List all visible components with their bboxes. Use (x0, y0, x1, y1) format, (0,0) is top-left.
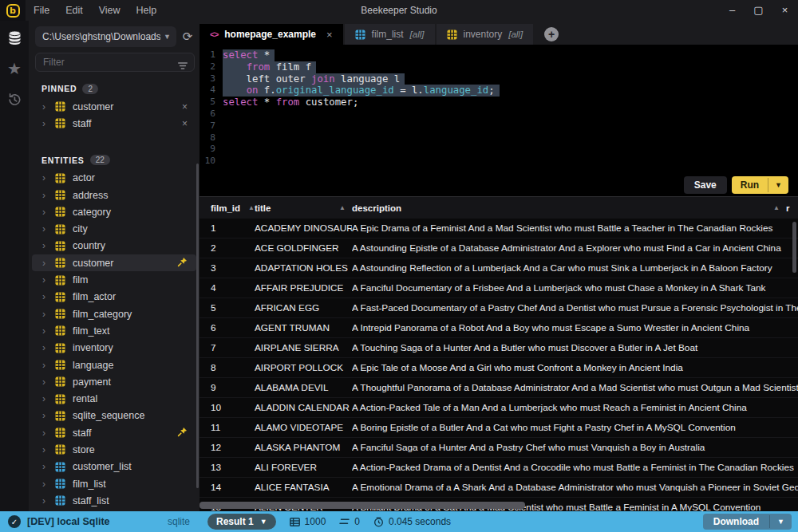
cell-description[interactable]: A Fast-Paced Documentary of a Pastry Che… (352, 302, 798, 313)
cell-film-id[interactable]: 11 (200, 422, 255, 433)
table-row[interactable]: 3ADAPTATION HOLESA Astounding Reflection… (200, 258, 798, 278)
cell-title[interactable]: AIRPORT POLLOCK (255, 362, 352, 373)
table-row[interactable]: 10ALADDIN CALENDARA Action-Packed Tale o… (200, 398, 798, 418)
cell-description[interactable]: A Intrepid Panorama of a Robot And a Boy… (352, 322, 798, 333)
pinned-section-header[interactable]: PINNED 2 (29, 81, 200, 96)
cell-film-id[interactable]: 5 (200, 302, 255, 313)
filter-icon[interactable] (178, 58, 188, 73)
chevron-right-icon[interactable]: › (42, 410, 55, 421)
new-tab-button[interactable]: + (544, 27, 559, 41)
cell-film-id[interactable]: 12 (200, 442, 255, 453)
download-options-caret-icon[interactable]: ▼ (769, 515, 792, 528)
table-row[interactable]: 11ALAMO VIDEOTAPEA Boring Epistle of a B… (200, 418, 798, 438)
sidebar-item-customer_list[interactable]: ›customer_list (29, 459, 200, 475)
chevron-right-icon[interactable]: › (42, 240, 55, 251)
cell-film-id[interactable]: 8 (200, 362, 255, 373)
column-header-description[interactable]: description▲ (352, 197, 786, 219)
tab-film_list[interactable]: film_list[all] (345, 24, 435, 45)
menu-file[interactable]: File (34, 5, 49, 16)
column-header-title[interactable]: title▲ (255, 197, 352, 219)
chevron-right-icon[interactable]: › (42, 495, 55, 506)
sidebar-item-address[interactable]: ›address (29, 187, 200, 203)
cell-description[interactable]: A Action-Packed Drama of a Dentist And a… (352, 462, 798, 473)
close-button[interactable]: × (772, 0, 798, 21)
cell-title[interactable]: AFRICAN EGG (255, 302, 352, 313)
table-row[interactable]: 5AFRICAN EGGA Fast-Paced Documentary of … (200, 298, 798, 318)
table-row[interactable]: 12ALASKA PHANTOMA Fanciful Saga of a Hun… (200, 438, 798, 458)
table-row[interactable]: 2ACE GOLDFINGERA Astounding Epistle of a… (200, 238, 798, 258)
results-horizontal-scrollbar[interactable] (200, 502, 525, 509)
chevron-right-icon[interactable]: › (42, 101, 55, 112)
refresh-icon[interactable]: ⟳ (180, 30, 195, 44)
cell-description[interactable]: A Emotional Drama of a A Shark And a Dat… (352, 482, 798, 493)
cell-title[interactable]: ALADDIN CALENDAR (255, 402, 352, 413)
pin-icon[interactable] (172, 257, 188, 270)
table-row[interactable]: 1ACADEMY DINOSAURA Epic Drama of a Femin… (200, 219, 798, 238)
cell-title[interactable]: AIRPLANE SIERRA (255, 342, 352, 353)
cell-title[interactable]: ACADEMY DINOSAUR (255, 223, 352, 234)
run-options-caret-icon[interactable]: ▼ (768, 178, 788, 192)
minimize-button[interactable]: – (719, 0, 745, 21)
chevron-right-icon[interactable]: › (42, 309, 55, 320)
sidebar-item-film_text[interactable]: ›film_text (29, 322, 200, 339)
cell-description[interactable]: A Boring Epistle of a Butler And a Cat w… (352, 422, 798, 433)
cell-film-id[interactable]: 3 (200, 262, 255, 274)
cell-description[interactable]: A Epic Drama of a Feminist And a Mad Sci… (352, 223, 798, 234)
cell-title[interactable]: AFFAIR PREJUDICE (255, 282, 352, 294)
chevron-right-icon[interactable]: › (42, 172, 55, 183)
history-icon[interactable] (5, 90, 24, 109)
sidebar-item-film_category[interactable]: ›film_category (29, 305, 200, 322)
chevron-right-icon[interactable]: › (42, 393, 55, 404)
save-button[interactable]: Save (684, 176, 727, 194)
menu-edit[interactable]: Edit (65, 5, 83, 16)
table-row[interactable]: 7AIRPLANE SIERRAA Touching Saga of a Hun… (200, 338, 798, 358)
cell-film-id[interactable]: 6 (200, 322, 255, 333)
sort-arrow-icon[interactable]: ▲ (773, 204, 780, 211)
tab-homepage_example[interactable]: <>homepage_example× (200, 24, 343, 45)
tab-inventory[interactable]: inventory[all] (437, 24, 534, 45)
sidebar-item-customer[interactable]: ›customer (32, 254, 196, 271)
cell-film-id[interactable]: 9 (200, 382, 255, 393)
cell-title[interactable]: ADAPTATION HOLES (255, 262, 352, 274)
cell-title[interactable]: AGENT TRUMAN (255, 322, 352, 333)
cell-title[interactable]: ALI FOREVER (255, 462, 352, 473)
sidebar-item-store[interactable]: ›store (29, 441, 200, 458)
cell-film-id[interactable]: 14 (200, 482, 255, 493)
sidebar-item-customer[interactable]: ›customer× (29, 98, 200, 115)
table-row[interactable]: 8AIRPORT POLLOCKA Epic Tale of a Moose A… (200, 358, 798, 378)
cell-title[interactable]: ACE GOLDFINGER (255, 242, 352, 254)
cell-film-id[interactable]: 7 (200, 342, 255, 353)
sidebar-item-country[interactable]: ›country (29, 238, 200, 254)
run-button-label[interactable]: Run (732, 176, 768, 194)
chevron-right-icon[interactable]: › (42, 461, 55, 472)
entities-section-header[interactable]: ENTITIES 22 (29, 153, 200, 167)
cell-title[interactable]: ALAMO VIDEOTAPE (255, 422, 352, 433)
database-icon[interactable] (5, 28, 24, 47)
cell-film-id[interactable]: 1 (200, 223, 255, 234)
chevron-right-icon[interactable]: › (42, 376, 55, 388)
sidebar-item-staff[interactable]: ›staff (29, 424, 200, 441)
cell-description[interactable]: A Astounding Reflection of a Lumberjack … (352, 262, 798, 274)
cell-film-id[interactable]: 2 (200, 242, 255, 254)
chevron-right-icon[interactable]: › (42, 223, 55, 234)
chevron-right-icon[interactable]: › (42, 274, 55, 286)
cell-title[interactable]: ALABAMA DEVIL (255, 382, 352, 393)
cell-film-id[interactable]: 10 (200, 402, 255, 413)
table-row[interactable]: 6AGENT TRUMANA Intrepid Panorama of a Ro… (200, 318, 798, 338)
close-tab-icon[interactable]: × (326, 29, 333, 41)
sidebar-item-film[interactable]: ›film (29, 271, 200, 288)
table-row[interactable]: 13ALI FOREVERA Action-Packed Drama of a … (200, 458, 798, 478)
cell-description[interactable]: A Fanciful Documentary of a Frisbee And … (352, 282, 798, 294)
chevron-right-icon[interactable]: › (42, 207, 55, 218)
chevron-right-icon[interactable]: › (42, 444, 55, 455)
chevron-right-icon[interactable]: › (42, 428, 55, 439)
maximize-button[interactable]: ▢ (745, 0, 772, 21)
sidebar-item-language[interactable]: ›language (29, 357, 200, 373)
sort-arrow-icon[interactable]: ▲ (339, 204, 346, 211)
sidebar-item-sales_by_store[interactable]: ›sales_by_store (29, 510, 200, 511)
results-vertical-scrollbar[interactable] (792, 222, 796, 273)
connection-selector[interactable]: C:\Users\ghstng\Downloads ▼ (35, 26, 176, 47)
sidebar-item-city[interactable]: ›city (29, 220, 200, 237)
sidebar-item-staff[interactable]: ›staff× (29, 115, 200, 132)
cell-description[interactable]: A Thoughtful Panorama of a Database Admi… (352, 382, 798, 393)
